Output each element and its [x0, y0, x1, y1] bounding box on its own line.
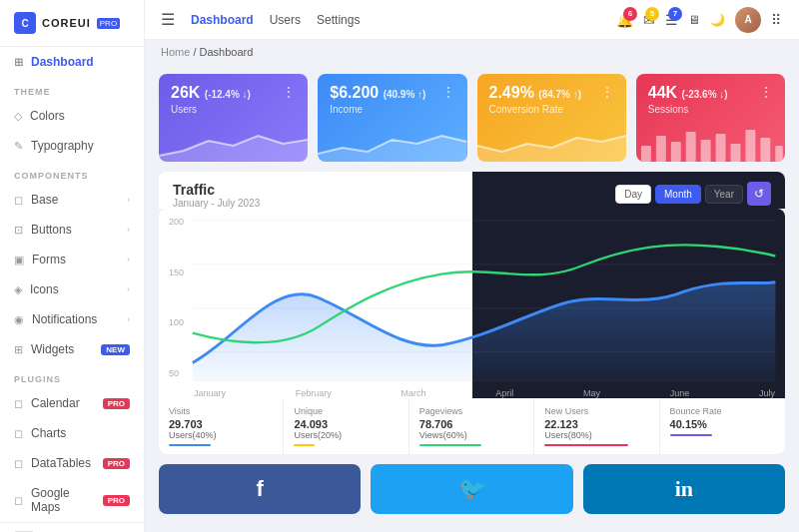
x-label: May	[583, 388, 600, 398]
sidebar-item-typography[interactable]: ✎ Typography	[0, 131, 144, 161]
stat-pageviews-label: Pageviews	[419, 406, 523, 416]
facebook-icon: f	[257, 476, 264, 502]
sidebar-item-label: Dashboard	[31, 55, 94, 69]
sidebar-item-widgets[interactable]: ⊞ Widgets NEW	[0, 334, 144, 364]
time-filter: Day Month Year ↺	[615, 182, 771, 206]
chevron-right-icon: ›	[127, 255, 130, 265]
time-day-button[interactable]: Day	[615, 185, 651, 204]
stat-card-title-area: $6.200 (40.9% ↑) Income	[330, 84, 425, 115]
traffic-date: January - July 2023	[173, 198, 458, 209]
svg-rect-5	[715, 134, 725, 162]
widgets-icon: ⊞	[14, 343, 23, 356]
traffic-header-row: Traffic January - July 2023 Day Month Ye…	[159, 172, 785, 209]
charts-icon: ◻	[14, 427, 23, 440]
plugins-section-label: PLUGINS	[0, 364, 144, 388]
sidebar-item-charts[interactable]: ◻ Charts	[0, 418, 144, 448]
avatar-image: A	[735, 7, 761, 33]
stat-card-chart	[636, 126, 785, 162]
twitter-icon: 🐦	[458, 476, 485, 502]
linkedin-card[interactable]: in	[583, 464, 785, 514]
stat-pageviews-sub: Views(60%)	[419, 430, 523, 440]
stat-card-sessions: 44K (-23.6% ↓) Sessions ⋮	[636, 74, 785, 162]
stat-card-header: 2.49% (84.7% ↑) Conversion Rate ⋮	[489, 84, 614, 115]
nav-users[interactable]: Users	[270, 13, 301, 27]
stat-unique-value: 24.093	[294, 418, 398, 430]
stat-card-users: 26K (-12.4% ↓) Users ⋮	[159, 74, 308, 162]
sidebar-item-buttons[interactable]: ⊡ Buttons ›	[0, 215, 144, 245]
sidebar-item-forms[interactable]: ▣ Forms ›	[0, 245, 144, 274]
sidebar-item-label: Icons	[30, 282, 59, 296]
sidebar-item-label: Buttons	[31, 223, 72, 237]
sidebar-item-label: Base	[31, 193, 58, 207]
sidebar: C COREUI PRO ⊞ Dashboard THEME ◇ Colors …	[0, 0, 145, 532]
pro-badge: PRO	[103, 458, 130, 469]
x-axis: January February March April May June Ju…	[194, 388, 775, 398]
colors-icon: ◇	[14, 110, 22, 123]
list-button[interactable]: ☰ 7	[665, 11, 678, 29]
grid-icon[interactable]: ⠿	[771, 12, 783, 28]
sidebar-item-googlemaps[interactable]: ◻ Google Maps PRO	[0, 478, 144, 522]
svg-rect-3	[686, 132, 696, 162]
time-month-button[interactable]: Month	[655, 185, 701, 204]
hamburger-icon[interactable]: ☰	[161, 10, 175, 29]
stat-card-chart	[318, 126, 466, 162]
sidebar-item-datatables[interactable]: ◻ DataTables PRO	[0, 448, 144, 478]
buttons-icon: ⊡	[14, 224, 23, 237]
stat-newusers-sub: Users(80%)	[544, 430, 648, 440]
svg-rect-4	[700, 140, 710, 162]
main-content: ☰ Dashboard Users Settings 🔔 6 ✉ 5 ☰ 7 🖥…	[145, 0, 799, 532]
traffic-section: Traffic January - July 2023 Day Month Ye…	[159, 172, 785, 454]
time-year-button[interactable]: Year	[705, 185, 743, 204]
breadcrumb-current: Dashboard	[200, 46, 254, 58]
bell-button[interactable]: 🔔 6	[616, 11, 633, 29]
sidebar-item-label: Forms	[32, 253, 66, 266]
nav-dashboard[interactable]: Dashboard	[191, 13, 254, 27]
stat-card-title-area: 2.49% (84.7% ↑) Conversion Rate	[489, 84, 582, 115]
stat-bouncerate-value: 40.15%	[670, 418, 775, 430]
topbar: ☰ Dashboard Users Settings 🔔 6 ✉ 5 ☰ 7 🖥…	[145, 0, 799, 40]
typography-icon: ✎	[14, 140, 23, 153]
desktop-icon[interactable]: 🖥	[688, 13, 700, 27]
stat-card-value: 44K (-23.6% ↓)	[648, 84, 728, 102]
card-menu-dots[interactable]: ⋮	[282, 84, 296, 100]
stat-newusers-bar	[544, 444, 628, 446]
sidebar-item-label: Colors	[30, 109, 65, 123]
moon-icon[interactable]: 🌙	[710, 13, 725, 27]
card-menu-dots[interactable]: ⋮	[600, 84, 614, 100]
sidebar-item-dashboard[interactable]: ⊞ Dashboard	[0, 47, 144, 77]
stat-card-label: Users	[171, 104, 251, 115]
svg-rect-9	[775, 146, 782, 162]
stat-bouncerate: Bounce Rate 40.15%	[660, 398, 785, 454]
stat-cards: 26K (-12.4% ↓) Users ⋮	[159, 74, 785, 162]
nav-settings[interactable]: Settings	[317, 13, 360, 27]
stat-card-header: $6.200 (40.9% ↑) Income ⋮	[330, 84, 454, 115]
svg-rect-8	[760, 138, 770, 162]
sidebar-item-notifications[interactable]: ◉ Notifications ›	[0, 304, 144, 334]
stat-visits-value: 29.703	[169, 418, 273, 430]
topbar-icons: 🔔 6 ✉ 5 ☰ 7 🖥 🌙 A ⠿	[616, 7, 783, 33]
refresh-button[interactable]: ↺	[747, 182, 771, 206]
sidebar-item-calendar[interactable]: ◻ Calendar PRO	[0, 388, 144, 418]
sidebar-item-icons[interactable]: ◈ Icons ›	[0, 274, 144, 304]
card-menu-dots[interactable]: ⋮	[759, 84, 773, 100]
topbar-nav: Dashboard Users Settings	[191, 13, 360, 27]
y-axis: 200 150 100 50	[169, 217, 184, 378]
breadcrumb-home[interactable]: Home	[161, 46, 190, 58]
card-menu-dots[interactable]: ⋮	[441, 84, 455, 100]
facebook-card[interactable]: f	[159, 464, 361, 514]
y-label: 100	[169, 317, 184, 327]
stat-visits-label: Visits	[169, 406, 273, 416]
maps-icon: ◻	[14, 494, 23, 507]
stat-card-header: 26K (-12.4% ↓) Users ⋮	[171, 84, 296, 115]
stat-card-chart	[477, 126, 626, 162]
sidebar-item-colors[interactable]: ◇ Colors	[0, 101, 144, 131]
twitter-card[interactable]: 🐦	[371, 464, 572, 514]
logo-text: COREUI	[42, 17, 91, 29]
svg-rect-7	[745, 130, 755, 162]
user-avatar[interactable]: A	[735, 7, 761, 33]
envelope-button[interactable]: ✉ 5	[643, 11, 655, 29]
sidebar-item-base[interactable]: ◻ Base ›	[0, 185, 144, 215]
x-label: January	[194, 388, 226, 398]
dashboard-icon: ⊞	[14, 56, 23, 69]
x-label: February	[296, 388, 332, 398]
